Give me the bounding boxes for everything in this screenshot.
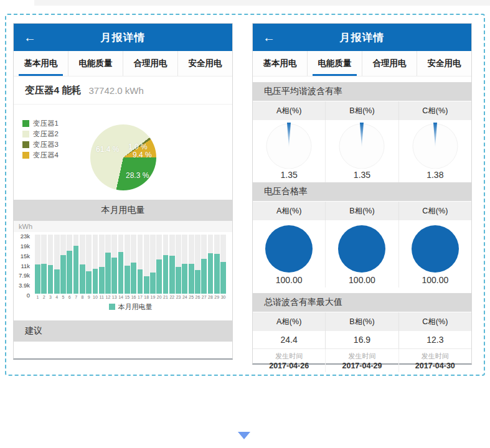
x-tick-label: 5 — [60, 294, 66, 301]
legend-swatch — [22, 141, 29, 148]
pie-chart: 61.4 % 1.0 % 9.4 % 28.3 % — [90, 124, 156, 190]
x-tick-label: 20 — [156, 294, 162, 301]
screen-basic-power: ← 月报详情 基本用电 电能质量 合理用电 安全用电 变压器4 能耗 37742… — [13, 23, 233, 360]
bar — [60, 235, 66, 294]
bar — [208, 235, 214, 294]
tab-power-quality[interactable]: 电能质量 — [68, 51, 123, 76]
x-tick-label: 14 — [118, 294, 124, 301]
section-header-max-thd: 总谐波含有率最大值 — [253, 293, 471, 312]
needle-pie-icon — [401, 120, 469, 169]
tab-safe-power[interactable]: 安全用电 — [177, 51, 232, 76]
harmonic-gauge-row: 1.35 1.35 1.38 — [253, 120, 471, 182]
occurrence-date: 2017-04-29 — [342, 362, 382, 370]
y-tick-label: 23k — [21, 233, 30, 240]
full-pie-icon — [338, 225, 385, 273]
app-header: ← 月报详情 — [253, 24, 471, 51]
harmonic-gauge-c: 1.38 — [398, 120, 471, 182]
legend-item: 变压器3 — [22, 139, 59, 150]
phase-header-a: A相(%) — [253, 101, 325, 120]
x-tick-label: 6 — [67, 294, 72, 301]
gauge-value: 1.35 — [354, 170, 370, 180]
phase-header-row: A相(%) B相(%) C相(%) — [253, 101, 471, 120]
qualified-rate-row: 100.00 100.00 100.00 — [253, 220, 471, 287]
phase-header-b: B相(%) — [325, 202, 398, 220]
legend-label: 变压器4 — [33, 151, 59, 160]
bar — [111, 235, 117, 294]
transformer-pie-section: 变压器1 变压器2 变压器3 变压器4 61.4 % 1.0 % 9.4 % 2… — [14, 105, 232, 200]
tab-reasonable-power[interactable]: 合理用电 — [123, 51, 177, 76]
pie-slice-label: 61.4 % — [96, 145, 119, 154]
x-tick-label: 17 — [138, 294, 143, 301]
gauge-value: 1.38 — [426, 170, 443, 180]
gauge-value: 1.35 — [281, 170, 298, 180]
circle-value: 100.00 — [349, 275, 375, 285]
bar — [54, 235, 60, 294]
section-header-suggestion: 建议 — [14, 320, 232, 342]
x-tick-label: 24 — [182, 294, 187, 301]
x-tick-label: 25 — [189, 294, 194, 301]
x-tick-label: 8 — [80, 294, 85, 301]
legend-label: 本月用电量 — [118, 302, 153, 312]
tab-power-quality[interactable]: 电能质量 — [307, 51, 362, 76]
y-tick-label: 7.9k — [19, 272, 30, 279]
bar — [73, 235, 79, 294]
time-label: 发生时间 — [275, 352, 303, 361]
bar — [131, 235, 136, 294]
tab-basic-power[interactable]: 基本用电 — [14, 51, 68, 76]
bar — [150, 235, 156, 294]
legend-label: 变压器3 — [33, 140, 59, 149]
circle-value: 100.00 — [276, 275, 303, 285]
phase-header-c: C相(%) — [398, 312, 471, 331]
bar-y-axis: 03.9k7.9k11k15k19k23k — [14, 236, 32, 295]
time-label: 发生时间 — [422, 352, 449, 361]
energy-label: 变压器4 能耗 — [25, 84, 81, 97]
max-value-c: 12.3 — [398, 331, 471, 348]
bar — [93, 235, 98, 294]
x-tick-label: 27 — [201, 294, 207, 301]
x-tick-label: 4 — [54, 294, 60, 301]
x-tick-label: 19 — [150, 294, 156, 301]
occurrence-cell: 发生时间 2017-04-30 — [398, 349, 471, 372]
max-thd-values-row: 24.4 16.9 12.3 — [253, 331, 471, 349]
bar-plot — [35, 235, 226, 294]
y-tick-label: 3.9k — [19, 282, 30, 289]
pie-legend: 变压器1 变压器2 变压器3 变压器4 — [22, 118, 59, 161]
phase-header-b: B相(%) — [325, 312, 398, 331]
y-tick-label: 0 — [27, 292, 30, 299]
qualified-circle-c: 100.00 — [398, 220, 471, 287]
page-title: 月报详情 — [14, 30, 232, 45]
tab-reasonable-power[interactable]: 合理用电 — [362, 51, 417, 76]
x-tick-label: 16 — [131, 294, 136, 301]
x-tick-label: 9 — [86, 294, 92, 301]
phase-header-c: C相(%) — [398, 101, 471, 120]
x-tick-label: 21 — [163, 294, 169, 301]
bar — [35, 235, 40, 294]
legend-swatch — [22, 152, 29, 159]
phase-header-b: B相(%) — [325, 101, 398, 120]
x-tick-label: 1 — [35, 294, 40, 301]
phase-header-row: A相(%) B相(%) C相(%) — [253, 201, 471, 220]
harmonic-gauge-a: 1.35 — [253, 120, 325, 182]
needle-pie-icon — [327, 120, 396, 169]
occurrence-cell: 发生时间 2017-04-26 — [253, 349, 325, 372]
bar — [163, 235, 169, 294]
tab-safe-power[interactable]: 安全用电 — [417, 51, 471, 76]
bar — [195, 235, 200, 294]
bar — [176, 235, 181, 294]
bar — [156, 235, 162, 294]
tab-basic-power[interactable]: 基本用电 — [253, 51, 307, 76]
cropped-content-artifact — [34, 0, 490, 6]
phase-header-row: A相(%) B相(%) C相(%) — [253, 312, 471, 331]
y-tick-label: 15k — [21, 252, 30, 259]
qualified-circle-b: 100.00 — [325, 220, 398, 287]
bar — [48, 235, 54, 294]
occurrence-cell: 发生时间 2017-04-29 — [325, 349, 398, 372]
occurrence-date: 2017-04-26 — [269, 362, 309, 370]
qualified-circle-a: 100.00 — [253, 220, 325, 287]
bar — [169, 235, 175, 294]
x-tick-label: 2 — [41, 294, 47, 301]
x-tick-label: 15 — [125, 294, 130, 301]
bar — [201, 235, 207, 294]
x-tick-label: 22 — [169, 294, 175, 301]
bar — [105, 235, 111, 294]
